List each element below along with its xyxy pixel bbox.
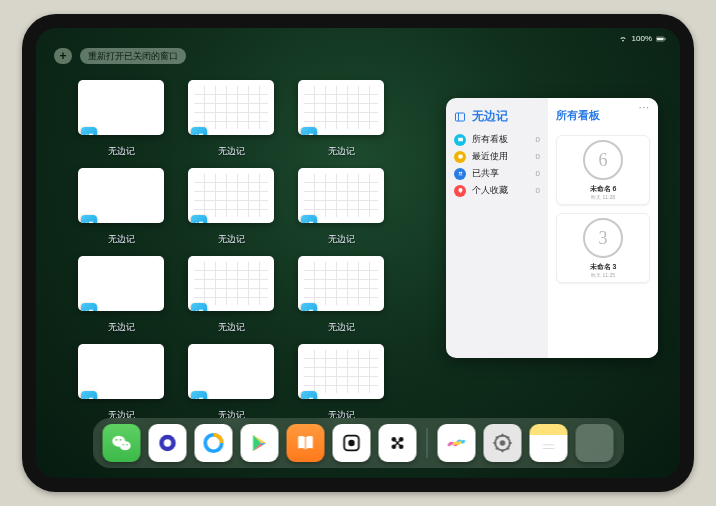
reopen-closed-window-button[interactable]: 重新打开已关闭的窗口 (80, 48, 186, 64)
freeform-app-icon (191, 391, 207, 399)
window-label: 无边记 (328, 145, 355, 158)
window-label: 无边记 (218, 233, 245, 246)
board-subtitle: 昨天 11:28 (591, 194, 615, 200)
wifi-icon (618, 35, 628, 43)
quark-icon[interactable] (149, 424, 187, 462)
notes-icon[interactable] (530, 424, 568, 462)
window-tile[interactable]: 无边记 (188, 344, 274, 422)
board-title: 未命名 3 (590, 262, 617, 272)
svg-point-27 (500, 440, 506, 446)
board-thumbnail: 3 (583, 218, 623, 258)
menu-icon (454, 168, 466, 180)
books-icon[interactable] (287, 424, 325, 462)
freeform-app-icon (81, 127, 97, 135)
sidebar-menu-item[interactable]: 最近使用0 (454, 148, 540, 165)
window-label: 无边记 (328, 233, 355, 246)
menu-count: 0 (536, 152, 540, 161)
game-icon[interactable] (333, 424, 371, 462)
freeform-app-icon (81, 215, 97, 223)
window-tile[interactable]: 无边记 (298, 256, 384, 334)
window-label: 无边记 (108, 233, 135, 246)
window-tile[interactable]: 无边记 (188, 80, 274, 158)
svg-point-9 (120, 441, 131, 450)
window-label: 无边记 (328, 321, 355, 334)
boards-title: 所有看板 (556, 108, 650, 123)
menu-count: 0 (536, 186, 540, 195)
window-tile[interactable]: 无边记 (188, 256, 274, 334)
board-card[interactable]: 6未命名 6昨天 11:28 (556, 135, 650, 205)
svg-point-11 (120, 439, 122, 441)
settings-icon[interactable] (484, 424, 522, 462)
freeform-sidebar-popover: 无边记 所有看板0最近使用0已共享0个人收藏0 ··· 所有看板 6未命名 6昨… (446, 98, 658, 358)
svg-point-15 (164, 439, 171, 446)
window-thumbnail (298, 344, 384, 399)
svg-point-19 (349, 441, 354, 446)
window-thumbnail (78, 344, 164, 399)
menu-label: 最近使用 (472, 150, 508, 163)
window-tile[interactable]: 无边记 (78, 80, 164, 158)
wechat-icon[interactable] (103, 424, 141, 462)
menu-label: 个人收藏 (472, 184, 508, 197)
more-button[interactable]: ··· (639, 102, 650, 113)
app-library-icon[interactable] (576, 424, 614, 462)
window-thumbnail (298, 168, 384, 223)
window-tile[interactable]: 无边记 (78, 344, 164, 422)
status-bar: 100% (618, 34, 666, 43)
menu-label: 所有看板 (472, 133, 508, 146)
board-card[interactable]: 3未命名 3昨天 11:25 (556, 213, 650, 283)
popover-app-title: 无边记 (454, 108, 540, 125)
svg-point-12 (123, 444, 124, 445)
window-thumbnail (78, 80, 164, 135)
board-thumbnail: 6 (583, 140, 623, 180)
window-label: 无边记 (218, 321, 245, 334)
window-tile[interactable]: 无边记 (188, 168, 274, 246)
boards-list: 6未命名 6昨天 11:283未命名 3昨天 11:25 (556, 135, 650, 283)
svg-rect-1 (657, 37, 664, 40)
freeform-app-icon (301, 391, 317, 399)
window-tile[interactable]: 无边记 (298, 168, 384, 246)
svg-rect-3 (456, 113, 465, 121)
menu-label: 已共享 (472, 167, 499, 180)
sidebar-menu-item[interactable]: 所有看板0 (454, 131, 540, 148)
window-tile[interactable]: 无边记 (298, 344, 384, 422)
freeform-app-icon (191, 127, 207, 135)
window-tile[interactable]: 无边记 (78, 256, 164, 334)
freeform-app-icon (191, 215, 207, 223)
play-store-icon[interactable] (241, 424, 279, 462)
window-label: 无边记 (108, 145, 135, 158)
board-subtitle: 昨天 11:25 (591, 272, 615, 278)
svg-line-33 (507, 448, 509, 450)
freeform-app-icon (301, 303, 317, 311)
svg-line-34 (507, 437, 509, 439)
window-tile[interactable]: 无边记 (78, 168, 164, 246)
popover-right-column: ··· 所有看板 6未命名 6昨天 11:283未命名 3昨天 11:25 (548, 98, 658, 358)
window-tile[interactable]: 无边记 (298, 80, 384, 158)
svg-point-6 (458, 172, 460, 174)
window-thumbnail (78, 168, 164, 223)
qq-browser-icon[interactable] (195, 424, 233, 462)
svg-line-32 (496, 437, 498, 439)
window-thumbnail (188, 344, 274, 399)
svg-point-13 (126, 444, 127, 445)
freeform-app-icon (191, 303, 207, 311)
dock-separator (427, 428, 428, 458)
app-switcher-grid: 无边记无边记无边记无边记无边记无边记无边记无边记无边记无边记无边记无边记 (78, 80, 384, 422)
battery-text: 100% (632, 34, 652, 43)
sidebar-menu-item[interactable]: 个人收藏0 (454, 182, 540, 199)
window-thumbnail (298, 256, 384, 311)
svg-point-10 (116, 439, 118, 441)
svg-rect-2 (665, 38, 666, 40)
freeform-app-icon (301, 127, 317, 135)
freeform-icon[interactable] (438, 424, 476, 462)
window-thumbnail (298, 80, 384, 135)
sidebar-menu-item[interactable]: 已共享0 (454, 165, 540, 182)
new-window-button[interactable]: + (54, 48, 72, 64)
screen: 100% + 重新打开已关闭的窗口 无边记无边记无边记无边记无边记无边记无边记无… (36, 28, 680, 478)
dock (93, 418, 624, 468)
window-thumbnail (188, 256, 274, 311)
window-label: 无边记 (108, 321, 135, 334)
top-controls: + 重新打开已关闭的窗口 (54, 48, 186, 64)
window-thumbnail (78, 256, 164, 311)
window-thumbnail (188, 168, 274, 223)
camera-connect-icon[interactable] (379, 424, 417, 462)
